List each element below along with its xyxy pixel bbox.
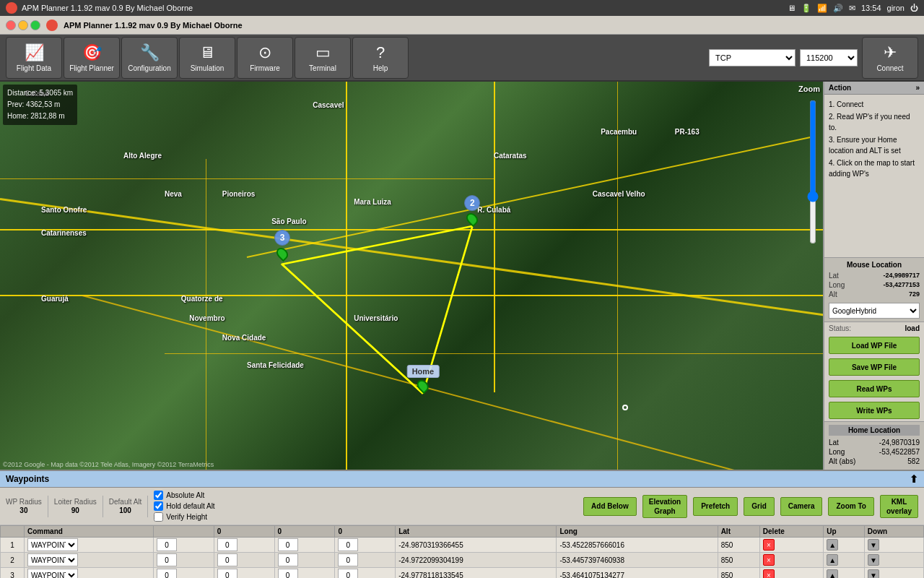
down-button[interactable]: ▼ <box>868 539 879 551</box>
waypoints-tbody: 1 WAYPOINT LOITER_UNLIM LAND TAKEOFF -24… <box>1 538 924 579</box>
field-2[interactable] <box>278 553 298 566</box>
email-icon: ✉ <box>849 4 855 13</box>
absolute-alt-checkbox[interactable] <box>154 491 163 500</box>
expand-icon[interactable]: » <box>915 84 920 92</box>
up-button[interactable]: ▲ <box>827 554 838 566</box>
field-3[interactable] <box>338 553 358 566</box>
command-select[interactable]: WAYPOINT LOITER_UNLIM LAND TAKEOFF <box>27 569 78 578</box>
checkbox-group: Absolute Alt Hold default Alt Verify Hei… <box>154 491 214 522</box>
zoom-to-button[interactable]: Zoom To <box>828 497 873 516</box>
field-2[interactable] <box>278 569 298 578</box>
hold-default-alt-checkbox[interactable] <box>154 501 163 511</box>
field-3[interactable] <box>338 538 358 551</box>
elevation-graph-button[interactable]: Elevation Graph <box>642 495 687 518</box>
field-3[interactable] <box>338 569 358 578</box>
field-0[interactable] <box>157 538 177 551</box>
terminal-button[interactable]: ▭ Terminal <box>295 37 351 79</box>
pr163-label: PR-163 <box>675 128 699 136</box>
zoom-slider[interactable] <box>807 100 819 244</box>
map-cursor <box>622 405 628 410</box>
hl-lat-label: Lat <box>829 439 839 447</box>
svg-line-0 <box>282 264 423 394</box>
status-label: Status: <box>829 324 851 332</box>
row-lat: -24.9778118133545 <box>396 568 557 579</box>
tcp-select[interactable]: TCP UDP COM1 <box>709 49 796 66</box>
waypoints-table-container[interactable]: Command 0 0 0 Lat Long Alt Delete Up Dow… <box>0 525 924 578</box>
read-wps-button[interactable]: Read WPs <box>829 380 920 397</box>
menu-close-button[interactable] <box>6 20 16 30</box>
alt-value: 729 <box>909 290 920 298</box>
field-0[interactable] <box>157 553 177 566</box>
hold-default-alt-label: Hold default Alt <box>166 502 214 510</box>
firmware-button[interactable]: ⊙ Firmware <box>237 37 293 79</box>
col-f1: 0 <box>214 526 274 538</box>
menu-max-button[interactable] <box>30 20 40 30</box>
delete-button[interactable]: × <box>763 539 775 551</box>
battery-icon: 🔋 <box>801 4 811 13</box>
long-label: Long <box>829 281 845 289</box>
field-1[interactable] <box>217 569 237 578</box>
configuration-button[interactable]: 🔧 Configuration <box>121 37 178 79</box>
load-wp-file-button[interactable]: Load WP File <box>829 337 920 354</box>
up-button[interactable]: ▲ <box>827 539 838 551</box>
universitario-label: Universitário <box>354 314 398 322</box>
flight-data-button[interactable]: 📈 Flight Data <box>6 37 62 79</box>
save-wp-file-button[interactable]: Save WP File <box>829 358 920 376</box>
down-button[interactable]: ▼ <box>868 569 879 578</box>
action-title: Action <box>829 84 851 92</box>
help-button[interactable]: ? Help <box>352 37 409 79</box>
absolute-alt-label: Absolute Alt <box>166 491 204 499</box>
hl-alt-value: 582 <box>907 457 920 465</box>
flight-planner-button[interactable]: 🎯 Flight Planner <box>64 37 120 79</box>
step-2: 2. Read WP's if you need to. <box>829 111 920 133</box>
command-select[interactable]: WAYPOINT LOITER_UNLIM LAND TAKEOFF <box>27 538 78 551</box>
delete-button[interactable]: × <box>763 554 775 566</box>
toolbar-right: TCP UDP COM1 115200 57600 9600 ✈ Connect <box>709 37 918 79</box>
prev-text: Prev: 4362,53 m <box>7 99 73 111</box>
field-1[interactable] <box>217 538 237 551</box>
col-alt: Alt <box>718 526 759 538</box>
alto-alegre-label: Alto Alegre <box>123 152 162 160</box>
kml-overlay-label-line1: KML <box>892 497 907 506</box>
simulation-button[interactable]: 🖥 Simulation <box>179 37 235 79</box>
connect-button[interactable]: ✈ Connect <box>862 37 918 79</box>
configuration-icon: 🔧 <box>140 43 160 62</box>
command-select[interactable]: WAYPOINT LOITER_UNLIM LAND TAKEOFF <box>27 553 78 566</box>
delete-button[interactable]: × <box>763 569 775 578</box>
waypoints-collapse-button[interactable]: ⬆ <box>910 473 918 485</box>
flight-planner-label: Flight Planner <box>69 64 114 72</box>
add-below-button[interactable]: Add Below <box>583 497 637 516</box>
map-type-select[interactable]: GoogleHybrid GoogleSatellite GoogleMap O… <box>829 303 920 319</box>
sys-tray: 🖥 🔋 📶 🔊 ✉ 13:54 giron ⏻ <box>788 4 918 13</box>
prefetch-button[interactable]: Prefetch <box>693 497 738 516</box>
clock: 13:54 <box>861 4 881 12</box>
map-container[interactable]: Cascavel Cataratas Pacaembu PR-163 Alto … <box>0 82 823 470</box>
catarinenses-label: Catarinenses <box>41 229 87 237</box>
middle-section: Cascavel Cataratas Pacaembu PR-163 Alto … <box>0 82 924 470</box>
table-row: 2 WAYPOINT LOITER_UNLIM LAND TAKEOFF -24… <box>1 553 924 568</box>
divider-1 <box>48 496 48 517</box>
field-0[interactable] <box>157 569 177 578</box>
lat-row: Lat -24,9989717 <box>829 272 920 280</box>
camera-button[interactable]: Camera <box>780 497 823 516</box>
menu-min-button[interactable] <box>18 20 28 30</box>
row-command: WAYPOINT LOITER_UNLIM LAND TAKEOFF <box>24 553 153 568</box>
down-button[interactable]: ▼ <box>868 554 879 566</box>
grid-button[interactable]: Grid <box>744 497 775 516</box>
write-wps-button[interactable]: Write WPs <box>829 402 920 419</box>
santo-onofre-label: Santo Onofre <box>41 206 87 214</box>
up-button[interactable]: ▲ <box>827 569 838 578</box>
waypoints-table: Command 0 0 0 Lat Long Alt Delete Up Dow… <box>0 525 924 578</box>
row-command: WAYPOINT LOITER_UNLIM LAND TAKEOFF <box>24 538 153 553</box>
field-1[interactable] <box>217 553 237 566</box>
flight-data-icon: 📈 <box>25 43 44 62</box>
terminal-icon: ▭ <box>315 43 331 62</box>
kml-overlay-button[interactable]: KML overlay <box>880 495 918 518</box>
port-select[interactable]: 115200 57600 9600 <box>800 49 858 66</box>
col-long: Long <box>557 526 718 538</box>
menu-app-icon <box>46 20 58 31</box>
verify-height-checkbox[interactable] <box>154 512 163 522</box>
home-marker-pin: Home <box>407 365 440 392</box>
elevation-graph-label-line2: Graph <box>654 506 675 516</box>
field-2[interactable] <box>278 538 298 551</box>
